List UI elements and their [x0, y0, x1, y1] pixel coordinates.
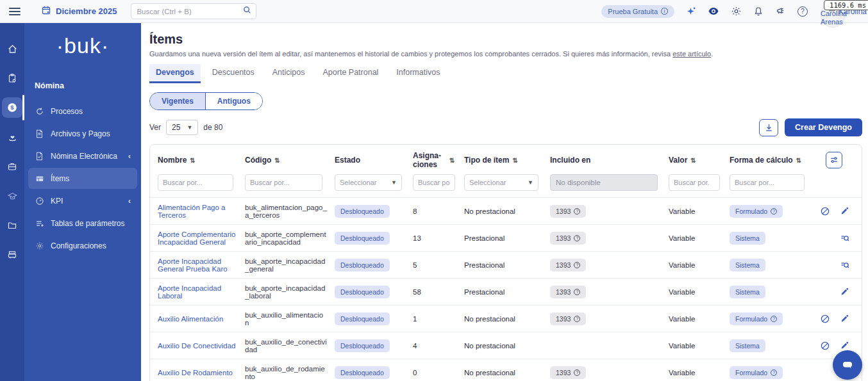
ban-icon[interactable]	[819, 340, 830, 351]
status-badge: Desbloqueado	[335, 339, 390, 352]
toggle-antiguos[interactable]: Antiguos	[205, 93, 262, 109]
calculation-badge: Sistema	[730, 339, 765, 352]
chat-fab-button[interactable]	[833, 350, 862, 380]
toggle-vigentes[interactable]: Vigentes	[150, 93, 205, 109]
item-name-link[interactable]: Auxilio Alimentación	[158, 315, 223, 323]
filter-forma-input[interactable]	[730, 174, 805, 191]
row-actions	[811, 229, 862, 247]
sort-icon[interactable]: ⇅	[512, 157, 517, 164]
column-settings-button[interactable]	[826, 152, 842, 168]
briefcase-icon[interactable]	[2, 156, 22, 177]
perf-overlay: 1169.6 ms	[824, 0, 868, 10]
megaphone-icon[interactable]	[775, 6, 787, 17]
benefits-hand-heart-icon[interactable]	[2, 127, 22, 147]
tab-anticipos[interactable]: Anticipos	[266, 64, 312, 83]
item-name-link[interactable]: Auxilio De Conectividad	[158, 342, 235, 350]
item-name-link[interactable]: Aporte Incapacidad Laboral	[158, 284, 221, 300]
sparkle-icon[interactable]	[685, 6, 697, 17]
download-button[interactable]	[759, 119, 778, 136]
period-selector[interactable]: Diciembre 2025	[41, 5, 117, 18]
tab-descuentos[interactable]: Descuentos	[206, 64, 261, 83]
help-circle-icon[interactable]: ?	[574, 316, 580, 322]
sidebar-item-label: Procesos	[51, 107, 83, 116]
item-name-link[interactable]: Auxilio De Rodamiento	[158, 369, 233, 377]
edit-icon[interactable]	[839, 286, 850, 297]
document-check-icon	[35, 151, 44, 161]
bell-icon[interactable]	[753, 6, 764, 17]
chevron-down-icon: ▼	[391, 179, 397, 186]
item-code: buk_aporte_incapacidad_laboral	[240, 280, 330, 304]
item-name-link[interactable]: Aporte Complementario Incapacidad Genera…	[158, 231, 235, 246]
create-devengo-button[interactable]: Crear Devengo	[785, 118, 862, 136]
home-icon[interactable]	[2, 38, 22, 59]
kiosk-icon[interactable]	[2, 245, 22, 265]
item-type: Prestacional	[459, 257, 545, 273]
eye-icon[interactable]	[708, 6, 719, 17]
chevron-left-icon[interactable]: ‹	[128, 151, 131, 161]
filter-tipo-select[interactable]: Seleccionar▼	[464, 174, 538, 191]
preview-icon[interactable]	[839, 232, 850, 243]
status-badge: Desbloqueado	[335, 366, 390, 379]
filter-codigo-input[interactable]	[245, 174, 322, 191]
help-circle-icon[interactable]: ?	[574, 235, 580, 241]
search-icon[interactable]	[242, 5, 252, 17]
sidebar-item-tablas-de-par-metros[interactable]: Tablas de parámetros	[28, 213, 137, 234]
table-header: Nombre⇅ Código⇅ Estado Asigna-ciones⇅ Ti…	[150, 145, 862, 170]
sort-icon[interactable]: ⇅	[274, 157, 280, 164]
help-circle-icon[interactable]: ?	[574, 208, 580, 215]
sort-icon[interactable]: ⇅	[690, 157, 696, 164]
sort-icon[interactable]: ⇅	[449, 157, 455, 164]
sidebar-item-n-mina-electr-nica[interactable]: Nómina Electrónica‹	[28, 145, 137, 166]
sidebar-item--tems[interactable]: Ítems	[28, 168, 137, 189]
sort-icon[interactable]: ⇅	[190, 157, 195, 164]
total-label: de 80	[203, 123, 222, 132]
item-name-link[interactable]: Aporte Incapacidad General Prueba Karo	[158, 257, 228, 273]
help-circle-icon[interactable]: ?	[574, 289, 580, 295]
page-size-select[interactable]: 25▼	[166, 120, 198, 135]
item-name-link[interactable]: Alimentación Pago a Terceros	[158, 204, 225, 219]
clipboard-icon[interactable]	[2, 68, 22, 88]
tab-informativos[interactable]: Informativos	[390, 64, 446, 83]
help-circle-icon[interactable]: ?	[771, 316, 777, 322]
help-circle-icon[interactable]: ?	[771, 208, 777, 215]
sidebar-item-procesos[interactable]: Procesos	[28, 101, 137, 122]
trial-badge[interactable]: Prueba Gratuitai	[601, 5, 674, 18]
hamburger-menu-icon[interactable]	[9, 8, 21, 15]
chevron-left-icon[interactable]: ‹	[128, 196, 131, 206]
preview-icon[interactable]	[839, 259, 850, 270]
filter-nombre-input[interactable]	[158, 174, 233, 191]
help-icon[interactable]: ?	[797, 6, 808, 17]
article-link[interactable]: este artículo	[672, 50, 711, 58]
ban-icon[interactable]	[819, 206, 830, 216]
graduation-cap-icon[interactable]	[2, 186, 22, 206]
search-input[interactable]	[137, 8, 242, 15]
sidebar-item-kpi[interactable]: KPI‹	[28, 190, 137, 211]
item-code: buk_auxilio_de_rodamiento	[240, 361, 330, 381]
filter-valor-input[interactable]	[669, 174, 720, 191]
refresh-icon	[35, 106, 44, 116]
edit-icon[interactable]	[839, 313, 850, 324]
edit-icon[interactable]	[839, 206, 850, 216]
edit-icon[interactable]	[839, 340, 850, 351]
assignments-count: 13	[408, 231, 459, 246]
payroll-dollar-icon[interactable]: $	[2, 97, 22, 118]
filter-asignaciones-input[interactable]	[413, 174, 455, 191]
tab-aporte-patronal[interactable]: Aporte Patronal	[317, 64, 385, 83]
help-circle-icon[interactable]: ?	[574, 369, 580, 376]
incluido-badge: 1393?	[550, 259, 586, 272]
global-search[interactable]	[131, 3, 256, 19]
sort-icon[interactable]: ⇅	[796, 157, 801, 164]
tab-devengos[interactable]: Devengos	[149, 64, 201, 83]
sidebar-item-archivos-y-pagos[interactable]: Archivos y Pagos	[28, 123, 137, 144]
row-actions	[811, 202, 862, 220]
help-circle-icon[interactable]: ?	[771, 369, 777, 376]
ban-icon[interactable]	[819, 313, 830, 324]
item-code: buk_auxilio_alimentacion	[240, 307, 330, 330]
folder-icon[interactable]	[2, 215, 22, 236]
help-circle-icon[interactable]: ?	[574, 262, 580, 268]
filter-estado-select[interactable]: Seleccionar▼	[335, 174, 402, 191]
gear-icon[interactable]	[730, 6, 742, 17]
assignments-count: 0	[408, 365, 459, 380]
calculation-badge: Sistema	[730, 286, 765, 298]
sidebar-item-configuraciones[interactable]: Configuraciones	[28, 235, 137, 256]
